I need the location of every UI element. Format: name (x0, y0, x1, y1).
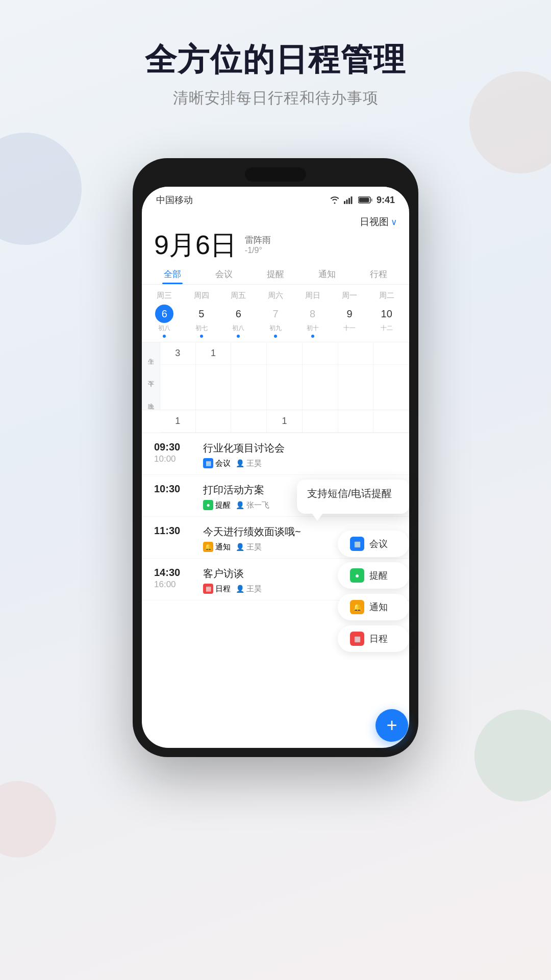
event-dot-6 (163, 335, 166, 338)
event-time-3: 11:30 (154, 525, 195, 537)
phone-frame: 中国移动 (133, 158, 418, 757)
main-title: 全方位的日程管理 (0, 41, 551, 79)
event-person-4: 👤 王昊 (236, 584, 262, 594)
status-bar: 中国移动 (142, 187, 409, 210)
cell-2-1: 1 (196, 342, 231, 365)
weekday-thu: 周四 (183, 289, 220, 303)
reminder-action-icon: ● (350, 568, 364, 583)
date-item-5[interactable]: 5 初七 (183, 305, 220, 338)
cell-6-2 (338, 410, 373, 433)
date-item-6-today[interactable]: 6 初八 (146, 305, 183, 338)
event-time-1: 09:30 10:00 (154, 441, 195, 464)
date-item-8[interactable]: 8 初十 (294, 305, 331, 338)
col-5-afternoon (303, 410, 338, 433)
view-selector[interactable]: 日视图 ∨ (360, 215, 397, 229)
col-3-morning (231, 342, 267, 410)
date-num-5: 5 (192, 305, 211, 323)
date-item-9[interactable]: 9 十一 (331, 305, 368, 338)
weekday-sun: 周日 (294, 289, 331, 303)
event-time-2: 10:30 (154, 483, 195, 495)
event-title-1: 行业化项目讨论会 (203, 441, 397, 455)
event-details-1: 行业化项目讨论会 ▦ 会议 👤 王昊 (203, 441, 397, 468)
weekday-mon: 周一 (331, 289, 368, 303)
time-grid-afternoon: 1 1 (142, 410, 409, 433)
date-item-6b[interactable]: 6 初八 (220, 305, 257, 338)
action-buttons: ▦ 会议 ● 提醒 🔔 通知 ▦ 日程 (338, 531, 409, 652)
signal-icon (344, 196, 354, 204)
lunar-6: 初八 (158, 324, 170, 333)
date-item-10[interactable]: 10 十二 (368, 305, 405, 338)
event-time-4: 14:30 16:00 (154, 567, 195, 590)
label-morning: 上午 (142, 342, 160, 365)
schedule-action-icon: ▦ (350, 632, 364, 646)
view-selector-label: 日视图 (360, 215, 389, 229)
tab-schedule[interactable]: 行程 (353, 263, 404, 284)
weekday-sat: 周六 (257, 289, 294, 303)
add-event-fab[interactable]: + (375, 709, 408, 742)
date-num-8: 8 (304, 305, 322, 323)
status-right: 9:41 (330, 195, 395, 206)
date-num-7: 7 (266, 305, 285, 323)
bg-decoration-bottom-left (0, 781, 56, 858)
tooltip-popup: 支持短信/电话提醒 (297, 480, 409, 514)
event-dot-5 (200, 335, 203, 338)
action-meeting-label: 会议 (369, 538, 388, 550)
event-item-1[interactable]: 09:30 10:00 行业化项目讨论会 ▦ 会议 👤 王昊 (142, 433, 409, 475)
cell-5-2 (303, 410, 338, 433)
lunar-5: 初七 (195, 324, 208, 333)
time-grid: 上午 下午 晚上 3 1 (142, 342, 409, 410)
start-time-2: 10:30 (154, 483, 195, 495)
current-date: 9月6日 (154, 232, 237, 258)
action-reminder-btn[interactable]: ● 提醒 (338, 562, 409, 589)
svg-rect-0 (344, 201, 345, 204)
bg-decoration-left (0, 133, 82, 245)
event-type-1: ▦ 会议 (203, 458, 231, 468)
cell-3-1 (231, 342, 266, 365)
col-1-morning: 3 (160, 342, 196, 410)
notify-action-icon: 🔔 (350, 600, 364, 614)
cell-7-1 (373, 342, 409, 365)
person-icon-2: 👤 (236, 501, 244, 509)
label-evening: 晚上 (142, 387, 160, 410)
col-5-morning (303, 342, 338, 410)
svg-rect-1 (346, 199, 347, 204)
event-dot-6b (237, 335, 240, 338)
event-dot-7 (274, 335, 277, 338)
start-time-3: 11:30 (154, 525, 195, 537)
start-time-4: 14:30 (154, 567, 195, 579)
col-6-afternoon (338, 410, 374, 433)
action-notify-btn[interactable]: 🔔 通知 (338, 594, 409, 620)
tooltip-text: 支持短信/电话提醒 (307, 487, 399, 500)
cell-5-1 (303, 342, 338, 365)
time-labels: 上午 下午 晚上 (142, 342, 160, 410)
cell-6-1 (338, 342, 373, 365)
col-6-morning (338, 342, 374, 410)
event-type-label-2: 提醒 (215, 500, 231, 510)
cell-4-2: 1 (267, 410, 302, 433)
date-item-7[interactable]: 7 初九 (257, 305, 294, 338)
cell-7-2 (373, 410, 409, 433)
fab-plus-icon: + (386, 715, 397, 736)
tab-all[interactable]: 全部 (147, 263, 198, 284)
date-num-6b: 6 (229, 305, 247, 323)
cell-1-1: 3 (160, 342, 195, 365)
person-name-2: 张一飞 (246, 500, 269, 510)
schedule-icon-4: ▦ (203, 584, 213, 594)
battery-icon (358, 196, 372, 204)
time-text: 9:41 (377, 195, 395, 206)
carrier-text: 中国移动 (156, 194, 193, 206)
person-name-4: 王昊 (246, 584, 262, 594)
meeting-icon-1: ▦ (203, 458, 213, 468)
svg-rect-5 (359, 198, 369, 203)
tab-notify[interactable]: 通知 (301, 263, 353, 284)
svg-rect-3 (350, 196, 352, 204)
action-schedule-btn[interactable]: ▦ 日程 (338, 625, 409, 652)
event-person-1: 👤 王昊 (236, 459, 262, 468)
week-calendar: 周三 周四 周五 周六 周日 周一 周二 6 初八 (142, 285, 409, 342)
tab-meeting[interactable]: 会议 (198, 263, 250, 284)
action-meeting-btn[interactable]: ▦ 会议 (338, 531, 409, 557)
event-person-2: 👤 张一飞 (236, 500, 269, 510)
tab-reminder[interactable]: 提醒 (250, 263, 302, 284)
cell-2-2 (196, 410, 231, 433)
phone-screen: 中国移动 (142, 187, 409, 748)
